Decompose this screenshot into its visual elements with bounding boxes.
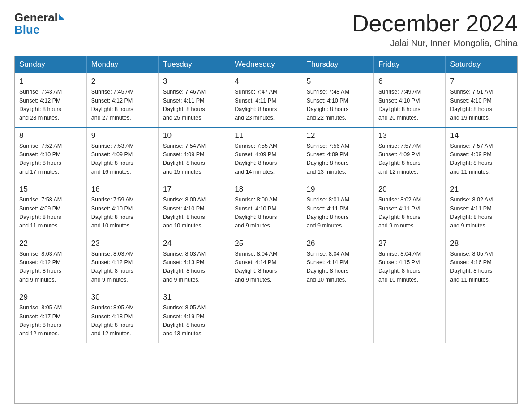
day-info: Sunrise: 7:56 AM Sunset: 4:09 PM Dayligh… <box>307 142 369 177</box>
day-info: Sunrise: 7:54 AM Sunset: 4:09 PM Dayligh… <box>163 142 225 177</box>
header-right: December 2024 Jalai Nur, Inner Mongolia,… <box>352 11 518 48</box>
day-number: 4 <box>235 77 297 86</box>
day-info: Sunrise: 8:02 AM Sunset: 4:11 PM Dayligh… <box>378 196 441 231</box>
calendar-cell: 18 Sunrise: 8:00 AM Sunset: 4:10 PM Dayl… <box>230 181 302 235</box>
day-number: 10 <box>163 131 225 140</box>
calendar-cell: 17 Sunrise: 8:00 AM Sunset: 4:10 PM Dayl… <box>159 181 230 235</box>
day-info: Sunrise: 8:00 AM Sunset: 4:10 PM Dayligh… <box>235 196 297 231</box>
day-number: 14 <box>450 131 513 140</box>
calendar-cell: 28 Sunrise: 8:05 AM Sunset: 4:16 PM Dayl… <box>446 235 517 289</box>
day-info: Sunrise: 8:02 AM Sunset: 4:11 PM Dayligh… <box>450 196 513 231</box>
day-info: Sunrise: 8:03 AM Sunset: 4:12 PM Dayligh… <box>91 250 154 285</box>
day-info: Sunrise: 7:48 AM Sunset: 4:10 PM Dayligh… <box>307 88 369 123</box>
day-number: 15 <box>19 185 82 194</box>
calendar-cell: 1 Sunrise: 7:43 AM Sunset: 4:12 PM Dayli… <box>15 73 86 127</box>
calendar-cell: 30 Sunrise: 8:05 AM Sunset: 4:18 PM Dayl… <box>86 289 158 343</box>
day-number: 23 <box>91 239 154 248</box>
day-number: 12 <box>307 131 369 140</box>
calendar-cell: 25 Sunrise: 8:04 AM Sunset: 4:14 PM Dayl… <box>230 235 302 289</box>
calendar-table: SundayMondayTuesdayWednesdayThursdayFrid… <box>15 56 517 343</box>
day-number: 13 <box>378 131 441 140</box>
calendar-week-row: 8 Sunrise: 7:52 AM Sunset: 4:10 PM Dayli… <box>15 127 517 181</box>
day-number: 11 <box>235 131 297 140</box>
calendar-cell: 9 Sunrise: 7:53 AM Sunset: 4:09 PM Dayli… <box>86 127 158 181</box>
day-info: Sunrise: 7:57 AM Sunset: 4:09 PM Dayligh… <box>378 142 441 177</box>
day-number: 21 <box>450 185 513 194</box>
day-info: Sunrise: 8:03 AM Sunset: 4:13 PM Dayligh… <box>163 250 225 285</box>
weekday-header-tuesday: Tuesday <box>159 56 230 73</box>
calendar-cell: 4 Sunrise: 7:47 AM Sunset: 4:11 PM Dayli… <box>230 73 302 127</box>
day-number: 22 <box>19 239 82 248</box>
calendar-cell <box>302 289 373 343</box>
day-info: Sunrise: 8:04 AM Sunset: 4:14 PM Dayligh… <box>307 250 369 285</box>
calendar-week-row: 1 Sunrise: 7:43 AM Sunset: 4:12 PM Dayli… <box>15 73 517 127</box>
calendar-cell: 6 Sunrise: 7:49 AM Sunset: 4:10 PM Dayli… <box>373 73 445 127</box>
day-info: Sunrise: 8:05 AM Sunset: 4:18 PM Dayligh… <box>91 304 154 338</box>
weekday-header-monday: Monday <box>86 56 158 73</box>
day-number: 18 <box>235 185 297 194</box>
calendar-cell: 24 Sunrise: 8:03 AM Sunset: 4:13 PM Dayl… <box>159 235 230 289</box>
calendar-week-row: 22 Sunrise: 8:03 AM Sunset: 4:12 PM Dayl… <box>15 235 517 289</box>
calendar-cell: 20 Sunrise: 8:02 AM Sunset: 4:11 PM Dayl… <box>373 181 445 235</box>
day-number: 26 <box>307 239 369 248</box>
day-number: 3 <box>163 77 225 86</box>
day-number: 7 <box>450 77 513 86</box>
calendar-week-row: 29 Sunrise: 8:05 AM Sunset: 4:17 PM Dayl… <box>15 289 517 343</box>
calendar-cell <box>373 289 445 343</box>
header: General Blue December 2024 Jalai Nur, In… <box>14 11 518 48</box>
day-number: 1 <box>19 77 82 86</box>
page: General Blue December 2024 Jalai Nur, In… <box>0 0 532 411</box>
day-number: 29 <box>19 293 82 302</box>
calendar-cell: 7 Sunrise: 7:51 AM Sunset: 4:10 PM Dayli… <box>446 73 517 127</box>
day-info: Sunrise: 7:58 AM Sunset: 4:09 PM Dayligh… <box>19 196 82 231</box>
logo-blue-text: Blue <box>14 23 39 37</box>
weekday-header-wednesday: Wednesday <box>230 56 302 73</box>
calendar-cell <box>446 289 517 343</box>
day-number: 8 <box>19 131 82 140</box>
day-number: 27 <box>378 239 441 248</box>
day-info: Sunrise: 7:53 AM Sunset: 4:09 PM Dayligh… <box>91 142 154 177</box>
calendar-cell: 12 Sunrise: 7:56 AM Sunset: 4:09 PM Dayl… <box>302 127 373 181</box>
day-info: Sunrise: 7:59 AM Sunset: 4:10 PM Dayligh… <box>91 196 154 231</box>
day-info: Sunrise: 8:05 AM Sunset: 4:16 PM Dayligh… <box>450 250 513 285</box>
day-info: Sunrise: 8:01 AM Sunset: 4:11 PM Dayligh… <box>307 196 369 231</box>
day-number: 30 <box>91 293 154 302</box>
day-info: Sunrise: 8:00 AM Sunset: 4:10 PM Dayligh… <box>163 196 225 231</box>
weekday-header-row: SundayMondayTuesdayWednesdayThursdayFrid… <box>15 56 517 73</box>
day-number: 19 <box>307 185 369 194</box>
day-info: Sunrise: 7:46 AM Sunset: 4:11 PM Dayligh… <box>163 88 225 123</box>
calendar-cell: 5 Sunrise: 7:48 AM Sunset: 4:10 PM Dayli… <box>302 73 373 127</box>
calendar-cell: 11 Sunrise: 7:55 AM Sunset: 4:09 PM Dayl… <box>230 127 302 181</box>
day-info: Sunrise: 7:47 AM Sunset: 4:11 PM Dayligh… <box>235 88 297 123</box>
day-info: Sunrise: 8:05 AM Sunset: 4:19 PM Dayligh… <box>163 304 225 338</box>
weekday-header-friday: Friday <box>373 56 445 73</box>
calendar-cell: 22 Sunrise: 8:03 AM Sunset: 4:12 PM Dayl… <box>15 235 86 289</box>
day-info: Sunrise: 7:45 AM Sunset: 4:12 PM Dayligh… <box>91 88 154 123</box>
calendar-cell: 21 Sunrise: 8:02 AM Sunset: 4:11 PM Dayl… <box>446 181 517 235</box>
day-info: Sunrise: 7:43 AM Sunset: 4:12 PM Dayligh… <box>19 88 82 123</box>
day-number: 16 <box>91 185 154 194</box>
day-number: 6 <box>378 77 441 86</box>
calendar-wrapper: SundayMondayTuesdayWednesdayThursdayFrid… <box>14 56 518 404</box>
calendar-cell: 14 Sunrise: 7:57 AM Sunset: 4:09 PM Dayl… <box>446 127 517 181</box>
calendar-cell: 15 Sunrise: 7:58 AM Sunset: 4:09 PM Dayl… <box>15 181 86 235</box>
day-number: 24 <box>163 239 225 248</box>
day-info: Sunrise: 8:04 AM Sunset: 4:15 PM Dayligh… <box>378 250 441 285</box>
calendar-week-row: 15 Sunrise: 7:58 AM Sunset: 4:09 PM Dayl… <box>15 181 517 235</box>
calendar-cell: 29 Sunrise: 8:05 AM Sunset: 4:17 PM Dayl… <box>15 289 86 343</box>
calendar-cell: 8 Sunrise: 7:52 AM Sunset: 4:10 PM Dayli… <box>15 127 86 181</box>
day-info: Sunrise: 7:49 AM Sunset: 4:10 PM Dayligh… <box>378 88 441 123</box>
day-info: Sunrise: 8:05 AM Sunset: 4:17 PM Dayligh… <box>19 304 82 338</box>
day-number: 20 <box>378 185 441 194</box>
weekday-header-saturday: Saturday <box>446 56 517 73</box>
logo: General Blue <box>14 11 65 37</box>
day-number: 2 <box>91 77 154 86</box>
calendar-cell: 31 Sunrise: 8:05 AM Sunset: 4:19 PM Dayl… <box>159 289 230 343</box>
day-info: Sunrise: 8:03 AM Sunset: 4:12 PM Dayligh… <box>19 250 82 285</box>
calendar-cell: 10 Sunrise: 7:54 AM Sunset: 4:09 PM Dayl… <box>159 127 230 181</box>
day-number: 25 <box>235 239 297 248</box>
day-number: 31 <box>163 293 225 302</box>
day-info: Sunrise: 7:52 AM Sunset: 4:10 PM Dayligh… <box>19 142 82 177</box>
calendar-cell <box>230 289 302 343</box>
weekday-header-sunday: Sunday <box>15 56 86 73</box>
